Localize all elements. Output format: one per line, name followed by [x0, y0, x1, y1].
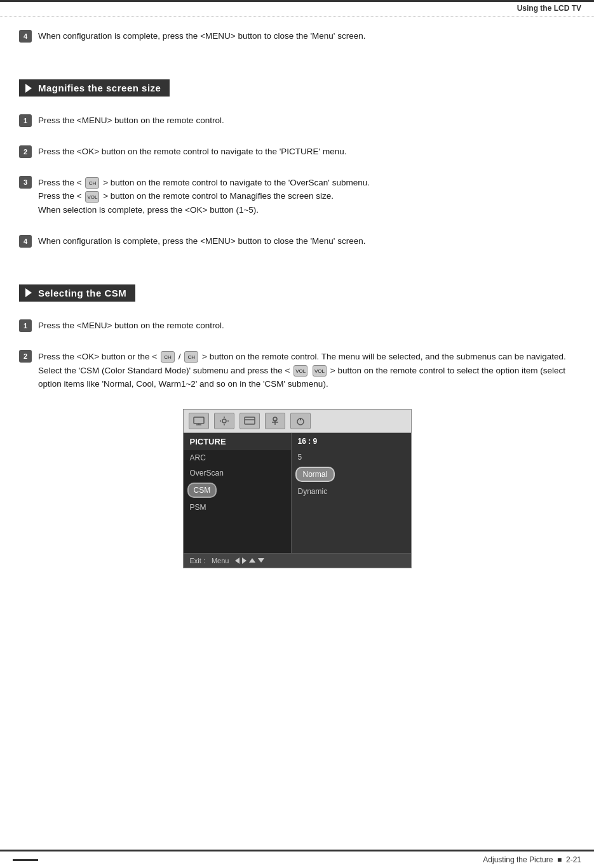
menu-icon-power	[290, 413, 311, 429]
menu-icon-card	[240, 413, 260, 429]
menu-right-arc-value: 16 : 9	[292, 433, 411, 450]
section1-step4-text: When configuration is complete, press th…	[38, 235, 575, 248]
ch-icon-2: CH	[161, 351, 175, 363]
menu-right-dynamic: Dynamic	[292, 484, 411, 499]
step-badge-s1-3: 3	[19, 176, 32, 189]
ch-icon: CH	[85, 177, 99, 189]
section1-step3-text: Press the < CH > button on the remote co…	[38, 176, 575, 217]
section1-header: Magnifies the screen size	[19, 79, 170, 97]
menu-footer: Exit : Menu	[184, 553, 411, 568]
menu-item-csm-selected: CSM	[187, 483, 217, 498]
vol-icon-3: VOL	[313, 365, 327, 377]
header-title: Using the LCD TV	[517, 4, 581, 13]
section1-step1: 1 Press the <MENU> button on the remote …	[19, 114, 575, 127]
section1-title: Magnifies the screen size	[38, 83, 161, 93]
menu-icon-antenna	[265, 413, 285, 429]
menu-left-panel: PICTURE ARC OverScan CSM PSM	[184, 433, 292, 553]
intro-step4-text: When configuration is complete, press th…	[38, 30, 575, 43]
vol-icon: VOL	[85, 191, 99, 203]
menu-right-panel: 16 : 9 5 Normal Dynamic	[292, 433, 411, 553]
menu-icon-gear	[214, 413, 234, 429]
intro-step4: 4 When configuration is complete, press …	[19, 30, 575, 43]
section1-step4: 4 When configuration is complete, press …	[19, 235, 575, 248]
vol-icon-2: VOL	[294, 365, 307, 377]
gap2	[19, 265, 575, 278]
section2-header: Selecting the CSM	[19, 284, 135, 302]
footer-left-bar	[13, 859, 38, 861]
step-badge-4a: 4	[19, 30, 32, 43]
menu-screenshot: PICTURE ARC OverScan CSM PSM 16 : 9 5 No…	[183, 409, 412, 568]
section2-title: Selecting the CSM	[38, 288, 126, 298]
main-content: 4 When configuration is complete, press …	[0, 17, 594, 587]
menu-left-header: PICTURE	[184, 433, 291, 450]
menu-footer-exit: Exit :	[190, 557, 205, 564]
menu-footer-menu: Menu	[212, 557, 229, 564]
menu-right-csm-wrapper: Normal	[292, 465, 411, 484]
page-header: Using the LCD TV	[0, 0, 594, 17]
menu-icon-bar	[184, 410, 411, 433]
footer-right-text: Adjusting the Picture ■ 2-21	[483, 855, 581, 864]
svg-point-3	[222, 419, 226, 423]
step-badge-s1-4: 4	[19, 235, 32, 248]
ch-icon-3: CH	[184, 351, 198, 363]
section2-step1-text: Press the <MENU> button on the remote co…	[38, 319, 575, 332]
menu-item-psm: PSM	[184, 500, 291, 515]
menu-right-overscan-value: 5	[292, 450, 411, 465]
section1-step3: 3 Press the < CH > button on the remote …	[19, 176, 575, 217]
section2-arrow-icon	[25, 288, 32, 297]
section1-step2-text: Press the <OK> button on the remote cont…	[38, 145, 575, 158]
menu-item-overscan: OverScan	[184, 465, 291, 481]
svg-rect-4	[245, 417, 255, 424]
section1-step1-text: Press the <MENU> button on the remote co…	[38, 114, 575, 127]
svg-rect-0	[194, 417, 204, 424]
menu-right-csm-normal: Normal	[295, 467, 335, 482]
nav-up-icon	[249, 558, 255, 563]
section1-arrow-icon	[25, 84, 32, 93]
menu-item-csm-wrapper: CSM	[184, 481, 291, 500]
nav-left-icon	[235, 558, 240, 564]
menu-footer-nav	[235, 557, 264, 564]
menu-right-spacer	[292, 499, 411, 537]
footer-page: 2-21	[566, 855, 581, 864]
footer-section: Adjusting the Picture	[483, 855, 553, 864]
page-footer: Adjusting the Picture ■ 2-21	[0, 850, 594, 868]
step-badge-s2-1: 1	[19, 319, 32, 332]
nav-down-icon	[258, 558, 264, 563]
nav-right-icon	[242, 558, 246, 564]
gap1	[19, 60, 575, 73]
menu-left-spacer	[184, 515, 291, 553]
top-border	[0, 0, 594, 2]
section2-step2: 2 Press the <OK> button or the < CH / CH…	[19, 350, 575, 391]
step-badge-s1-1: 1	[19, 114, 32, 127]
section2-step2-text: Press the <OK> button or the < CH / CH >…	[38, 350, 575, 391]
step-badge-s2-2: 2	[19, 350, 32, 363]
step-badge-s1-2: 2	[19, 145, 32, 158]
menu-icon-tv	[189, 413, 209, 429]
menu-body: PICTURE ARC OverScan CSM PSM 16 : 9 5 No…	[184, 433, 411, 553]
section2-step1: 1 Press the <MENU> button on the remote …	[19, 319, 575, 332]
section1-step2: 2 Press the <OK> button on the remote co…	[19, 145, 575, 158]
menu-item-arc: ARC	[184, 450, 291, 465]
